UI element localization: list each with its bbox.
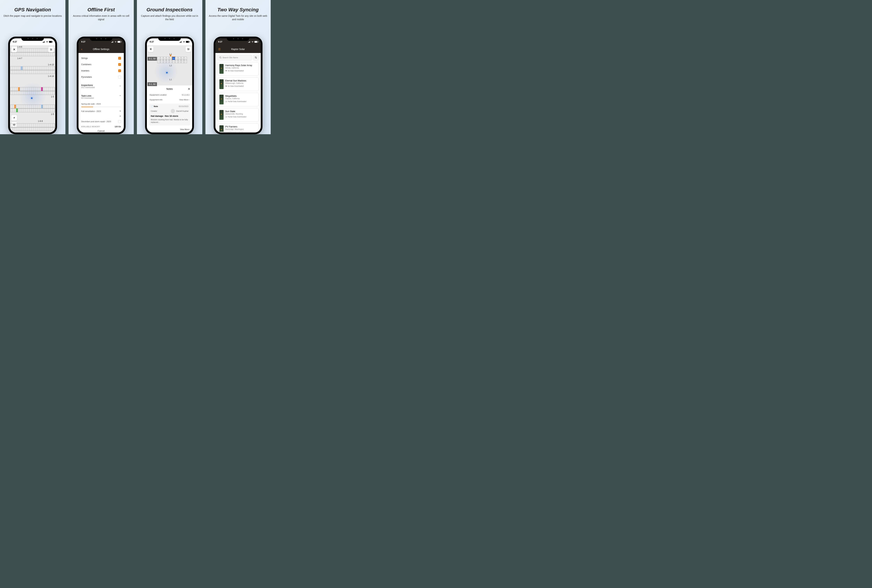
map-view[interactable]: ✕ 1-4-6 1-4-7 1-4-13 1-4-14 1-5 1-5 — [10, 45, 55, 132]
sliders-icon — [187, 48, 190, 51]
svg-point-9 — [51, 50, 51, 51]
battery-icon — [254, 41, 258, 43]
checkbox-icon[interactable]: ✓ — [118, 57, 121, 60]
checkbox-icon[interactable] — [118, 76, 121, 78]
close-button[interactable]: ✕ — [148, 46, 153, 52]
checkbox-icon[interactable] — [118, 120, 121, 123]
checkbox-icon[interactable]: ✓ — [118, 69, 121, 72]
status-icons — [180, 41, 189, 43]
phone-frame: 9:27 ✕ 1-4-6 1-4-7 1-4-13 1-4-14 — [8, 37, 57, 134]
site-thumbnail — [219, 94, 224, 104]
download-status: No Data Downloaded — [225, 70, 257, 72]
svg-point-28 — [219, 57, 221, 58]
site-card[interactable]: Sun State Jacksonville, Wyoming Partial … — [218, 108, 259, 122]
panel-title: Offline First — [87, 7, 115, 12]
signal-icon — [180, 41, 182, 43]
wifi-icon — [251, 41, 254, 43]
task-item[interactable]: December post storm repair - 2023 — [81, 119, 121, 124]
locate-button[interactable] — [11, 115, 17, 121]
equipment-info-row[interactable]: Equipment infoView More › — [147, 97, 192, 102]
header-title: Offline Settings — [93, 48, 110, 51]
task-item[interactable]: Fall remediation - 2023✕ — [81, 109, 121, 114]
phone-screen: 9:27 ‹ Offline Settings Strings✓ Combine… — [78, 38, 124, 132]
svg-point-23 — [188, 50, 189, 50]
search-input[interactable]: Search Site Name — [218, 55, 252, 60]
phone-frame: 9:27 ✕ 1,1 5-1, 59 1,12,13,14,15,16,17,1… — [145, 37, 194, 134]
phone-frame: 9:27 ‹ Offline Settings Strings✓ Combine… — [77, 37, 126, 134]
filter-button[interactable] — [48, 47, 54, 52]
svg-point-22 — [189, 49, 189, 50]
checkbox-icon[interactable]: ✓ — [118, 63, 121, 66]
cancel-button[interactable]: Cancel — [81, 128, 121, 132]
module-grid[interactable]: 1,12,13,14,15,16,17,18,19,11,1 — [157, 57, 187, 60]
panel-gps: GPS Navigation Ditch the paper map and n… — [0, 0, 69, 134]
close-button[interactable]: ✕ — [188, 87, 190, 91]
phone-screen: 9:27 ✕ 1,1 5-1, 59 1,12,13,14,15,16,17,1… — [147, 38, 192, 132]
remove-icon[interactable]: ✕ — [120, 110, 121, 112]
phone-notch — [227, 37, 249, 41]
chevron-down-icon: ⌄ — [119, 84, 121, 87]
setting-combiners[interactable]: Combiners✓ — [81, 62, 121, 68]
string-label: 1-5 — [51, 113, 54, 116]
wifi-icon — [46, 41, 48, 43]
app-title: Raptor Solar — [231, 48, 245, 51]
svg-rect-0 — [43, 42, 43, 43]
svg-rect-12 — [112, 42, 113, 43]
marker-icon — [170, 55, 172, 57]
tasks-section[interactable]: Task Lists0/3 Downloaded ⌃ — [81, 91, 121, 102]
search-icon — [219, 57, 222, 58]
remove-icon[interactable]: ✕ — [120, 115, 121, 117]
note-card[interactable]: 📄 Note02/15/2023 CreatorDarrell Kuphal H… — [149, 104, 190, 126]
view-more-button[interactable]: View More › — [147, 127, 192, 132]
battery-icon — [117, 41, 121, 43]
status-icons — [248, 41, 258, 43]
svg-rect-10 — [111, 42, 112, 43]
setting-strings[interactable]: Strings✓ — [81, 55, 121, 62]
status-time: 9:27 — [13, 40, 17, 43]
site-list[interactable]: Harmony Rays Solar Array Orinda, Califor… — [215, 62, 261, 132]
download-status: Partial Data Downloaded — [225, 100, 257, 102]
back-button[interactable]: ‹ — [81, 47, 82, 51]
phone-screen: 9:27 ☰ Raptor Solar Search Site Name — [215, 38, 261, 132]
site-card[interactable]: Eternal Sun Madows Hillsborough, Califor… — [218, 77, 259, 91]
sort-button[interactable] — [253, 55, 259, 60]
setting-pyrometers[interactable]: Pyrometers — [81, 74, 121, 80]
site-card[interactable]: MegaWatts Clayton, California Partial Da… — [218, 93, 259, 106]
svg-rect-24 — [248, 42, 249, 43]
sort-icon — [255, 56, 257, 59]
setting-inverters[interactable]: Inverters✓ — [81, 68, 121, 74]
svg-rect-17 — [181, 41, 182, 43]
equipment-location-row: Equipment Location5-1.1.6.1 — [147, 92, 192, 97]
task-item[interactable]: ✕ — [81, 114, 121, 119]
close-button[interactable]: ✕ — [11, 47, 17, 52]
svg-rect-11 — [112, 42, 112, 43]
site-thumbnail — [219, 110, 224, 120]
download-icon — [225, 131, 227, 132]
panel-offline: Offline First Access critical informatio… — [69, 0, 137, 134]
svg-rect-2 — [44, 42, 44, 43]
progress-bar — [81, 106, 121, 107]
inspections-section[interactable]: Inspections0/12 Downloaded ⌄ — [81, 80, 121, 91]
filter-button[interactable] — [186, 46, 191, 52]
site-card[interactable]: PV Farmers Bainbridge, Washington Full D… — [218, 123, 259, 132]
svg-rect-16 — [181, 42, 181, 43]
status-time: 9:27 — [81, 40, 86, 43]
download-status: No Data Downloaded — [225, 85, 257, 87]
avatar — [171, 109, 175, 113]
string-label: 1-4-7 — [17, 57, 22, 60]
site-card[interactable]: Harmony Rays Solar Array Orinda, Califor… — [218, 62, 259, 76]
map-area[interactable]: ✕ 1,1 5-1, 59 1,12,13,14,15,16,17,18,19,… — [147, 45, 192, 86]
menu-button[interactable]: ☰ — [218, 48, 221, 51]
search-row: Search Site Name — [215, 53, 261, 62]
battery-icon — [186, 41, 189, 43]
wifi-icon — [183, 41, 185, 43]
site-thumbnail — [219, 80, 224, 89]
svg-point-7 — [50, 49, 51, 49]
cloud-icon — [225, 85, 227, 87]
sliders-icon — [50, 48, 53, 51]
svg-rect-26 — [249, 42, 249, 43]
memory-row: AVAILABLE MEMORY120 Gb — [81, 126, 121, 128]
svg-rect-3 — [44, 41, 45, 43]
location-chip: 5-1, 59 — [147, 57, 157, 61]
task-item[interactable]: Spring site walk - 2024 — [81, 102, 121, 106]
